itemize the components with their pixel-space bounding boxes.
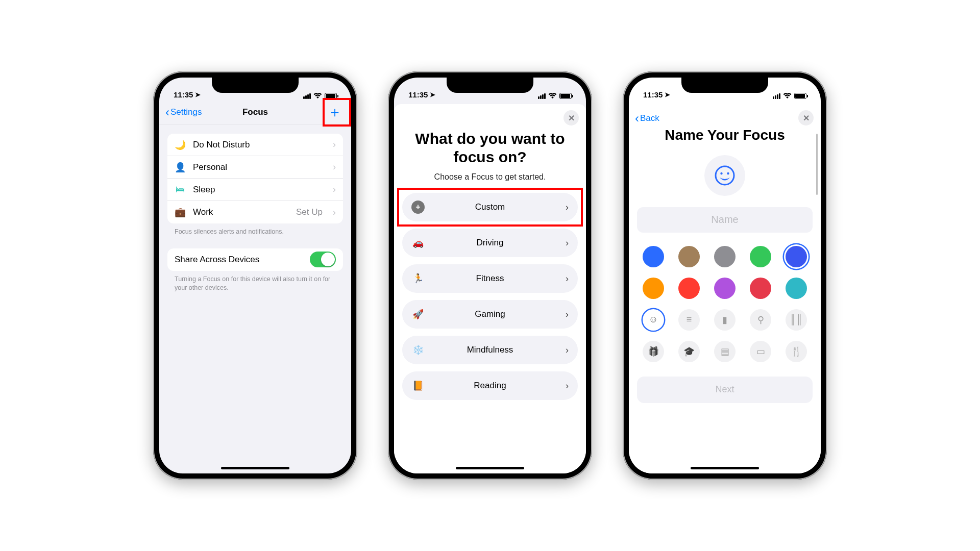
plus-icon: ＋ [328,103,342,122]
focus-hint: Focus silences alerts and notifications. [167,223,343,236]
home-indicator[interactable] [221,467,289,469]
color-swatch[interactable] [714,246,736,267]
close-icon: ✕ [803,113,810,123]
library-icon[interactable]: ║║ [786,309,807,331]
svg-point-2 [727,172,729,174]
focus-row-label: Do Not Disturb [193,140,326,150]
focus-row-label: Work [193,207,289,217]
sheet-title: Name Your Focus [637,111,813,150]
focus-option-label: Gaming [402,309,578,319]
focus-option-gaming[interactable]: 🚀Gaming› [402,300,578,329]
choose-focus-sheet: ✕ What do you want to focus on? Choose a… [394,104,586,473]
focus-row-label: Personal [193,162,326,172]
close-icon: ✕ [568,113,575,123]
wifi-icon [548,93,557,99]
focus-option-label: Mindfulness [402,345,578,355]
focus-option-driving[interactable]: 🚗Driving› [402,229,578,257]
chevron-left-icon: ‹ [165,105,169,119]
smiley-icon [714,165,736,186]
location-icon: ➤ [430,91,435,98]
chevron-left-icon: ‹ [635,111,639,126]
home-indicator[interactable] [691,467,759,469]
color-swatch[interactable] [643,278,664,299]
focus-option-label: Custom [402,202,578,212]
color-swatch[interactable] [786,246,807,267]
close-button[interactable]: ✕ [564,110,579,126]
gift-icon[interactable]: 🎁 [643,341,664,362]
focus-option-fitness[interactable]: 🏃Fitness› [402,264,578,293]
home-indicator[interactable] [456,467,524,469]
bed-icon: 🛏 [175,184,186,195]
list-icon[interactable]: ≡ [678,309,700,331]
color-swatch[interactable] [750,246,771,267]
notch [681,78,768,93]
focus-list-card: 🌙Do Not Disturb›👤Personal›🛏Sleep›💼WorkSe… [167,134,343,223]
color-icon-grid: ☺≡▮⚲║║🎁🎓▤▭🍴 [637,246,813,362]
sheet-subtitle: Choose a Focus to get started. [402,172,578,193]
status-time: 11:35 [174,90,193,99]
color-swatch[interactable] [714,278,736,299]
smiley-icon[interactable]: ☺ [643,309,664,331]
close-button[interactable]: ✕ [798,110,814,126]
icon-preview [704,155,745,196]
focus-option-custom[interactable]: +Custom› [402,193,578,221]
moon-icon: 🌙 [175,139,186,151]
name-focus-sheet: ‹ Back ✕ Name Your Focus Name ☺≡▮⚲║║🎁🎓▤▭… [629,104,821,473]
next-button[interactable]: Next [637,377,813,403]
chevron-right-icon: › [333,207,336,218]
share-label: Share Across Devices [175,255,303,265]
focus-option-mindfulness[interactable]: ❄️Mindfulness› [402,336,578,364]
bookmark-icon[interactable]: ▮ [714,309,736,331]
wifi-icon [313,93,322,99]
card-icon[interactable]: ▭ [750,341,771,362]
focus-row-sleep[interactable]: 🛏Sleep› [167,179,343,201]
focus-row-personal[interactable]: 👤Personal› [167,156,343,179]
focus-options-list: +Custom›🚗Driving›🏃Fitness›🚀Gaming›❄️Mind… [402,193,578,406]
cell-signal-icon [773,93,780,99]
notch [447,78,533,93]
chevron-right-icon: › [333,139,336,150]
phone-choose-focus: 11:35 ➤ ✕ What do you want to focus on? … [388,71,592,480]
focus-option-label: Reading [402,381,578,391]
name-placeholder: Name [711,214,738,226]
color-swatch[interactable] [678,278,700,299]
chevron-right-icon: › [333,184,336,195]
nav-bar: ‹ Settings Focus ＋ [159,100,351,124]
svg-point-0 [716,166,734,185]
share-hint: Turning a Focus on for this device will … [167,271,343,292]
svg-point-1 [720,172,722,174]
color-swatch[interactable] [786,278,807,299]
grad-cap-icon[interactable]: 🎓 [678,341,700,362]
back-button[interactable]: ‹ Back [635,111,659,126]
focus-row-work[interactable]: 💼WorkSet Up› [167,201,343,223]
back-button[interactable]: ‹ Settings [165,105,202,119]
color-swatch[interactable] [750,278,771,299]
cell-signal-icon [538,93,546,99]
file-icon[interactable]: ▤ [714,341,736,362]
fork-icon[interactable]: 🍴 [786,341,807,362]
status-time: 11:35 [643,90,663,99]
color-swatch[interactable] [678,246,700,267]
share-across-devices-row: Share Across Devices [167,248,343,271]
focus-row-label: Sleep [193,185,326,195]
focus-option-reading[interactable]: 📙Reading› [402,371,578,400]
focus-option-label: Driving [402,238,578,248]
share-card: Share Across Devices [167,248,343,271]
focus-name-input[interactable]: Name [637,207,813,233]
phone-name-focus: 11:35 ➤ ‹ Back ✕ Name Your Focus [623,71,827,480]
wifi-icon [783,93,792,99]
content: 🌙Do Not Disturb›👤Personal›🛏Sleep›💼WorkSe… [159,124,351,302]
battery-icon [794,93,806,99]
add-focus-button[interactable]: ＋ [325,102,345,122]
focus-option-label: Fitness [402,273,578,284]
color-swatch[interactable] [643,246,664,267]
location-icon: ➤ [195,91,201,98]
status-time: 11:35 [408,90,428,99]
scroll-indicator [816,134,818,195]
key-icon[interactable]: ⚲ [750,309,771,331]
share-toggle[interactable] [310,252,336,267]
battery-icon [325,93,337,99]
focus-row-do-not-disturb[interactable]: 🌙Do Not Disturb› [167,134,343,156]
sheet-title: What do you want to focus on? [402,111,578,172]
notch [212,78,299,93]
